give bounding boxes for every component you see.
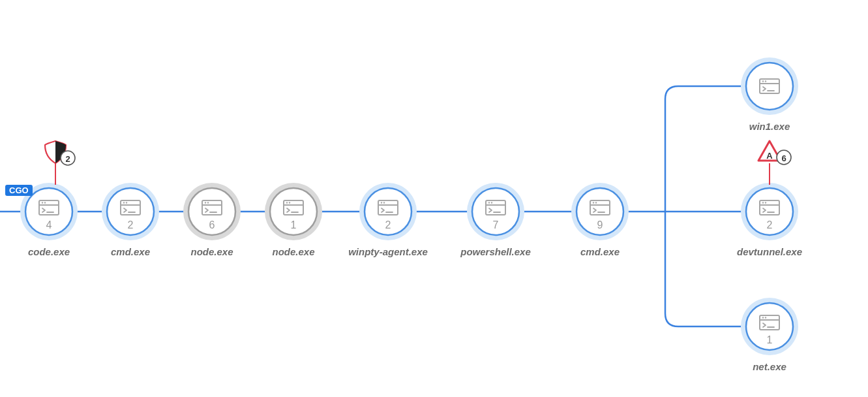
node-count: 1 <box>291 219 297 230</box>
svg-point-20 <box>746 63 793 110</box>
node-count: 2 <box>385 219 391 230</box>
node-cmd-exe-1[interactable]: 2 <box>102 183 159 240</box>
node-count: 9 <box>597 219 603 230</box>
node-label: net.exe <box>753 361 786 372</box>
process-tree-canvas: 4 2 6 1 2 7 9 <box>0 0 868 397</box>
shield-alert-count: 2 <box>65 154 70 164</box>
node-count: 6 <box>209 219 215 230</box>
node-count: 2 <box>767 219 773 230</box>
node-count: 4 <box>46 219 52 230</box>
root-tag[interactable]: CGO <box>5 185 33 196</box>
edge-branch-bot <box>665 212 743 326</box>
node-powershell-exe[interactable]: 7 <box>467 183 524 240</box>
node-node-exe-2[interactable]: 1 <box>265 183 322 240</box>
node-label: code.exe <box>28 246 70 257</box>
node-count: 7 <box>493 219 499 230</box>
triangle-alert-count: 6 <box>781 153 786 163</box>
node-label: win1.exe <box>749 121 790 132</box>
node-win1-exe[interactable] <box>741 57 798 115</box>
edge-branch-top <box>665 86 743 212</box>
node-label: cmd.exe <box>111 246 150 257</box>
node-label: winpty-agent.exe <box>348 246 428 257</box>
node-devtunnel-exe[interactable]: 2 <box>741 183 798 240</box>
node-label: powershell.exe <box>460 246 531 257</box>
node-cmd-exe-2[interactable]: 9 <box>571 183 629 240</box>
node-count: 2 <box>128 219 134 230</box>
alert-shield-badge[interactable]: 2 <box>45 141 75 185</box>
node-label: node.exe <box>190 246 233 257</box>
node-count: 1 <box>767 334 773 345</box>
node-label: devtunnel.exe <box>737 246 802 257</box>
node-net-exe[interactable]: 1 <box>741 298 798 355</box>
triangle-letter: A <box>766 151 773 161</box>
node-winpty-agent-exe[interactable]: 2 <box>359 183 417 240</box>
node-label: cmd.exe <box>580 246 620 257</box>
alert-triangle-badge[interactable]: A 6 <box>758 141 791 185</box>
node-label: node.exe <box>272 246 314 257</box>
node-node-exe-1[interactable]: 6 <box>183 183 241 240</box>
